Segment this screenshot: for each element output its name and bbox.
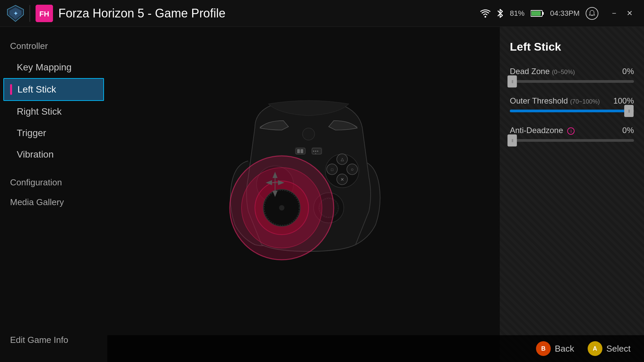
outer-threshold-value: 100% xyxy=(613,96,634,106)
configuration-section-label[interactable]: Configuration xyxy=(0,173,107,192)
svg-point-5 xyxy=(484,16,486,17)
bottom-bar: B Back A Select xyxy=(107,335,644,362)
dead-zone-thumb[interactable] xyxy=(507,75,517,87)
svg-point-13 xyxy=(303,128,315,140)
svg-point-34 xyxy=(315,150,316,152)
back-button-circle[interactable]: B xyxy=(536,341,551,356)
svg-text:FH: FH xyxy=(39,10,49,18)
game-icon: FH xyxy=(36,5,53,22)
outer-threshold-thumb[interactable] xyxy=(624,105,634,117)
svg-rect-32 xyxy=(301,149,303,153)
controller-svg: △ ○ ✕ □ xyxy=(208,77,409,312)
battery-percent: 81% xyxy=(510,9,525,18)
anti-deadzone-thumb[interactable] xyxy=(507,134,517,146)
svg-point-35 xyxy=(317,150,318,152)
select-button-circle[interactable]: A xyxy=(588,341,602,356)
titlebar-divider xyxy=(30,5,30,22)
main-layout: Controller Key Mapping Left Stick Right … xyxy=(0,27,644,362)
clock: 04:33PM xyxy=(550,9,580,18)
window-controls[interactable]: − ✕ xyxy=(606,6,637,21)
svg-text:○: ○ xyxy=(351,167,354,172)
sidebar-item-left-stick[interactable]: Left Stick xyxy=(3,78,104,101)
system-tray: 81% 04:33PM xyxy=(480,7,598,20)
bluetooth-icon xyxy=(496,9,504,18)
dead-zone-label: Dead Zone (0~50%) xyxy=(510,67,575,76)
key-mapping-label: Key Mapping xyxy=(17,62,71,72)
app-logo: ✦ xyxy=(7,5,24,22)
left-stick-label: Left Stick xyxy=(17,84,56,95)
trigger-label: Trigger xyxy=(17,128,46,138)
titlebar: ✦ FH Forza Horizon 5 - Game Profile 81% xyxy=(0,0,644,27)
anti-deadzone-label: Anti-Deadzone i xyxy=(510,126,575,135)
svg-text:△: △ xyxy=(341,157,344,162)
outer-threshold-header: Outer Threshold (70~100%) 100% xyxy=(510,96,634,106)
sidebar-item-vibration[interactable]: Vibration xyxy=(0,144,107,165)
svg-point-33 xyxy=(313,150,314,152)
window-title: Forza Horizon 5 - Game Profile xyxy=(58,6,480,20)
svg-point-22 xyxy=(279,205,284,210)
sidebar-bottom: Edit Game Info xyxy=(0,328,107,352)
controller-visual: △ ○ ✕ □ xyxy=(107,27,510,362)
right-panel: Left Stick Dead Zone (0~50%) 0% xyxy=(500,27,644,362)
anti-deadzone-section: Anti-Deadzone i 0% xyxy=(510,126,634,142)
select-label: Select xyxy=(606,344,631,354)
edit-game-info-button[interactable]: Edit Game Info xyxy=(10,335,97,345)
svg-rect-8 xyxy=(531,11,541,16)
anti-deadzone-header: Anti-Deadzone i 0% xyxy=(510,126,634,135)
svg-point-36 xyxy=(315,153,316,154)
outer-threshold-fill xyxy=(510,110,629,112)
select-button-symbol: A xyxy=(593,345,597,352)
close-button[interactable]: ✕ xyxy=(622,6,637,21)
media-gallery-section-label[interactable]: Media Gallery xyxy=(0,193,107,212)
dead-zone-section: Dead Zone (0~50%) 0% xyxy=(510,67,634,83)
content-area: Reset to Default xyxy=(107,27,644,362)
notification-icon[interactable] xyxy=(586,7,598,20)
dead-zone-value: 0% xyxy=(622,67,634,76)
sidebar: Controller Key Mapping Left Stick Right … xyxy=(0,27,107,362)
sidebar-item-trigger[interactable]: Trigger xyxy=(0,122,107,144)
battery-icon xyxy=(531,10,544,17)
sidebar-nav: Controller Key Mapping Left Stick Right … xyxy=(0,37,107,328)
anti-deadzone-value: 0% xyxy=(622,126,634,135)
back-action[interactable]: B Back xyxy=(536,341,574,356)
dead-zone-track xyxy=(510,80,634,83)
minimize-button[interactable]: − xyxy=(606,6,622,21)
controller-section-label: Controller xyxy=(0,37,107,55)
panel-title: Left Stick xyxy=(510,40,634,53)
outer-threshold-label: Outer Threshold (70~100%) xyxy=(510,96,600,106)
sidebar-item-key-mapping[interactable]: Key Mapping xyxy=(0,57,107,78)
svg-text:✦: ✦ xyxy=(13,11,18,16)
right-stick-label: Right Stick xyxy=(17,106,62,117)
svg-text:✕: ✕ xyxy=(340,177,344,182)
svg-rect-7 xyxy=(542,12,544,15)
wifi-icon xyxy=(480,9,490,18)
svg-text:□: □ xyxy=(331,168,333,172)
sidebar-item-right-stick[interactable]: Right Stick xyxy=(0,101,107,122)
back-label: Back xyxy=(555,344,574,354)
outer-threshold-section: Outer Threshold (70~100%) 100% xyxy=(510,96,634,112)
vibration-label: Vibration xyxy=(17,149,54,160)
dead-zone-header: Dead Zone (0~50%) 0% xyxy=(510,67,634,76)
select-action[interactable]: A Select xyxy=(588,341,631,356)
svg-rect-31 xyxy=(297,149,300,153)
anti-deadzone-info-icon[interactable]: i xyxy=(567,127,575,135)
outer-threshold-track xyxy=(510,110,634,112)
back-button-symbol: B xyxy=(541,345,545,352)
anti-deadzone-track xyxy=(510,139,634,142)
